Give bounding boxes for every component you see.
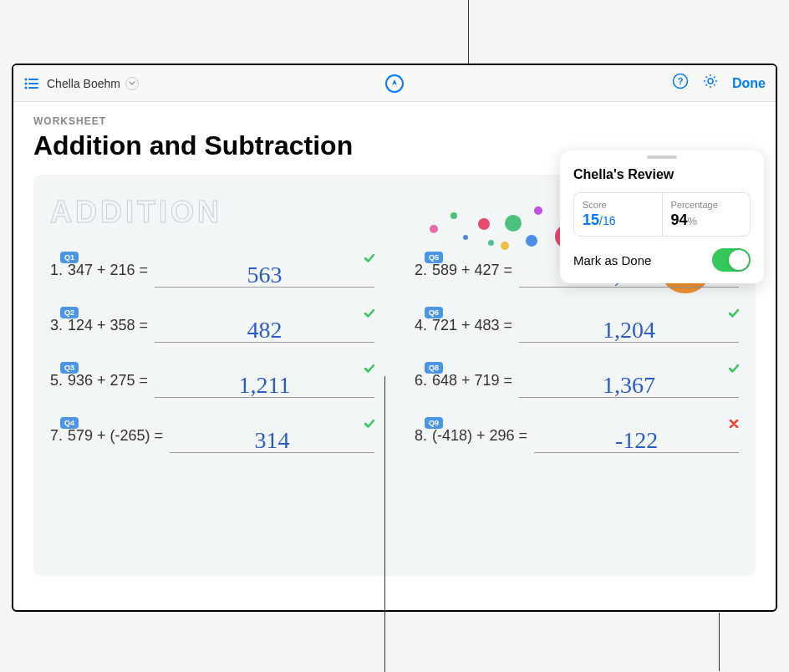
question-number: 8. <box>415 427 427 445</box>
equation-text: 124 + 358 = <box>68 317 148 334</box>
answer-field[interactable]: 563 <box>155 252 374 288</box>
markup-icon[interactable] <box>385 74 404 93</box>
svg-text:?: ? <box>678 76 684 86</box>
svg-rect-1 <box>28 79 38 80</box>
bubble <box>505 215 522 232</box>
equation-text: 347 + 216 = <box>68 262 148 279</box>
checkmark-icon[interactable] <box>363 307 376 323</box>
bubble <box>501 242 509 250</box>
score-label: Score <box>583 200 654 210</box>
question-row[interactable]: Q98.(-418) + 296 =-122 <box>415 415 739 456</box>
content-area: WORKSHEET Addition and Subtraction N ADD… <box>13 102 776 610</box>
score-value-row: 15/16 <box>583 211 654 229</box>
answer-field[interactable]: 1,211 <box>155 363 374 398</box>
question-row[interactable]: Q11.347 + 216 =563 <box>50 250 374 290</box>
question-badge: Q8 <box>425 362 443 374</box>
checkmark-icon[interactable] <box>363 362 376 379</box>
svg-rect-3 <box>28 83 38 84</box>
equation-text: 589 + 427 = <box>432 262 512 279</box>
question-row[interactable]: Q47.579 + (-265) =314 <box>50 415 374 456</box>
answer-field[interactable]: 314 <box>170 418 374 453</box>
checkmark-icon[interactable] <box>727 307 741 323</box>
toolbar-center <box>385 74 404 93</box>
question-number: 2. <box>415 262 427 279</box>
checkmark-icon[interactable] <box>363 417 376 434</box>
callout-line <box>384 376 385 672</box>
question-badge: Q9 <box>425 417 443 429</box>
answer-field[interactable]: 1,367 <box>519 363 739 398</box>
toolbar-left: Chella Boehm <box>23 75 139 92</box>
gear-icon[interactable] <box>702 73 719 94</box>
question-badge: Q1 <box>60 252 79 263</box>
svg-point-8 <box>708 79 713 84</box>
percentage-value-row: 94% <box>671 211 742 229</box>
question-number: 6. <box>415 372 427 389</box>
question-badge: Q5 <box>425 252 443 263</box>
question-row[interactable]: Q64.721 + 483 =1,204 <box>415 305 739 345</box>
question-number: 7. <box>50 427 63 445</box>
question-number: 3. <box>50 317 63 334</box>
question-number: 4. <box>415 317 427 334</box>
equation-text: 648 + 719 = <box>432 372 512 389</box>
score-total: /16 <box>599 214 615 227</box>
drag-handle-icon[interactable] <box>647 155 677 159</box>
bubble <box>478 218 490 230</box>
answer-field[interactable]: 1,204 <box>519 308 739 343</box>
bubble <box>463 235 468 240</box>
question-badge: Q4 <box>60 417 79 429</box>
question-row[interactable]: Q35.936 + 275 =1,211 <box>50 360 374 400</box>
toolbar-right: ? Done <box>672 73 766 94</box>
done-button[interactable]: Done <box>732 76 766 91</box>
question-badge: Q2 <box>60 307 79 318</box>
percentage-value: 94 <box>671 211 688 228</box>
percentage-box[interactable]: Percentage 94% <box>663 193 751 236</box>
handwritten-answer: 563 <box>247 262 283 288</box>
question-row[interactable]: Q86.648 + 719 =1,367 <box>415 360 739 400</box>
worksheet-label: WORKSHEET <box>33 115 756 127</box>
svg-rect-5 <box>28 87 38 89</box>
mark-done-label: Mark as Done <box>573 253 651 267</box>
chevron-down-icon <box>125 77 139 90</box>
cross-icon[interactable] <box>727 417 741 434</box>
handwritten-answer: -122 <box>615 427 658 454</box>
review-stats: Score 15/16 Percentage 94% <box>573 192 751 237</box>
mark-done-toggle[interactable] <box>712 248 751 272</box>
checkmark-icon[interactable] <box>727 362 741 379</box>
review-panel[interactable]: Chella's Review Score 15/16 Percentage 9… <box>560 150 764 283</box>
student-name-label: Chella Boehm <box>47 77 120 90</box>
equation-text: 936 + 275 = <box>68 372 148 389</box>
svg-point-4 <box>25 86 28 89</box>
toolbar: Chella Boehm ? Done <box>13 65 776 102</box>
svg-point-2 <box>25 82 28 84</box>
question-number: 1. <box>50 262 63 279</box>
equation-text: 721 + 483 = <box>432 317 512 334</box>
handwritten-answer: 1,211 <box>239 372 291 399</box>
help-icon[interactable]: ? <box>672 73 689 94</box>
handwritten-answer: 314 <box>255 427 290 454</box>
bubble <box>534 206 542 215</box>
percentage-sign: % <box>688 215 698 227</box>
equation-text: 579 + (-265) = <box>68 427 163 445</box>
svg-point-0 <box>25 78 28 80</box>
equation-text: (-418) + 296 = <box>432 427 527 445</box>
review-title: Chella's Review <box>573 167 751 182</box>
handwritten-answer: 1,204 <box>603 317 655 344</box>
answer-field[interactable]: 482 <box>155 308 374 343</box>
percentage-label: Percentage <box>671 200 742 210</box>
question-badge: Q3 <box>60 362 79 374</box>
handwritten-answer: 482 <box>247 317 283 344</box>
bubble <box>526 235 537 247</box>
question-number: 5. <box>50 372 63 389</box>
list-icon[interactable] <box>23 75 40 92</box>
answer-field[interactable]: -122 <box>534 418 739 453</box>
score-box[interactable]: Score 15/16 <box>574 193 663 236</box>
bubble <box>430 225 438 233</box>
bubble <box>488 240 494 246</box>
student-selector[interactable]: Chella Boehm <box>47 77 139 90</box>
question-badge: Q6 <box>425 307 443 318</box>
mark-done-row: Mark as Done <box>573 248 751 272</box>
checkmark-icon[interactable] <box>363 252 376 268</box>
question-row[interactable]: Q23.124 + 358 =482 <box>50 305 374 345</box>
toggle-knob <box>729 250 749 270</box>
callout-line <box>468 0 469 64</box>
